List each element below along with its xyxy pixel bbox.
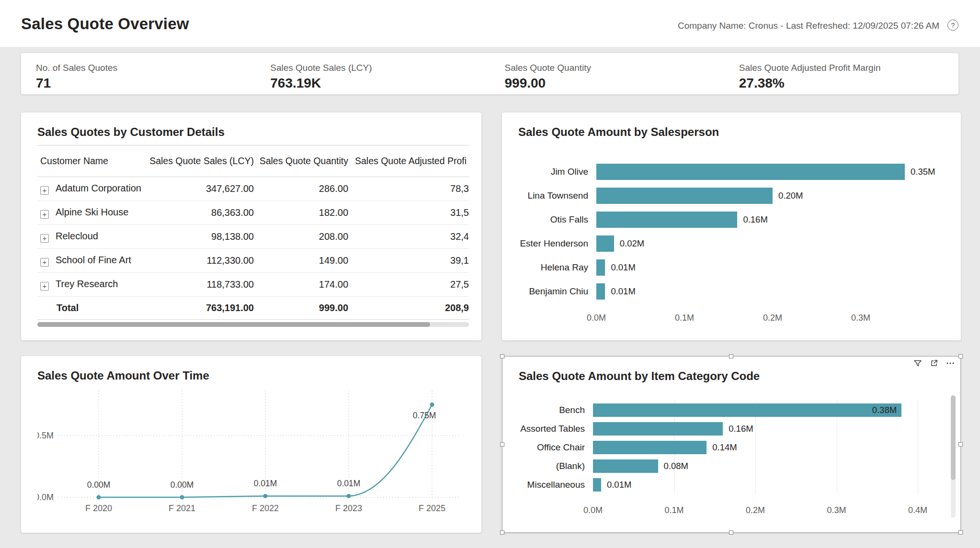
value-label: 0.16M: [743, 214, 767, 225]
help-icon[interactable]: ?: [947, 20, 958, 31]
x-tick-label: 0.4M: [908, 505, 927, 515]
bar-lina-townsend[interactable]: [596, 188, 773, 204]
expand-row-icon[interactable]: +: [40, 258, 49, 267]
x-tick-label: 0.2M: [746, 505, 765, 515]
kpi-strip: No. of Sales Quotes 71 Sales Quote Sales…: [21, 53, 958, 94]
bar-ester-henderson[interactable]: [596, 235, 614, 252]
bar-row: Assorted Tables0.16M: [519, 419, 939, 438]
svg-text:F 2021: F 2021: [169, 503, 195, 513]
profit-value: 32,4: [348, 225, 469, 249]
salesperson-chart[interactable]: Jim Olive0.35MLina Townsend0.20MOtis Fal…: [518, 160, 946, 324]
bar-row: Otis Falls0.16M: [518, 208, 946, 232]
expand-row-icon[interactable]: +: [40, 186, 49, 195]
selection-handle[interactable]: [500, 442, 504, 447]
svg-text:F 2022: F 2022: [252, 503, 279, 513]
bar-row: Helena Ray0.01M: [518, 256, 946, 280]
table-row[interactable]: +Alpine Ski House 86,363.00 182.00 31,5: [37, 201, 469, 225]
svg-text:0.0M: 0.0M: [37, 492, 54, 502]
profit-value: 39,1: [348, 249, 469, 273]
report-header: Sales Quote Overview Company Name: Cronu…: [0, 0, 980, 47]
table-row[interactable]: +Trey Research 118,733.00 174.00 27,5: [37, 273, 469, 297]
customer-table: Customer Name Sales Quote Sales (LCY) Sa…: [37, 145, 469, 320]
category-label: (Blank): [519, 461, 593, 471]
total-sales: 763,191.00: [148, 297, 254, 320]
bar-jim-olive[interactable]: [596, 164, 905, 180]
vertical-scrollbar-thumb[interactable]: [951, 395, 956, 480]
svg-text:0.5M: 0.5M: [37, 431, 54, 440]
line-chart-svg[interactable]: 0.5M0.0MF 2020F 2021F 2022F 2023F 20250.…: [37, 383, 465, 526]
expand-row-icon[interactable]: +: [40, 210, 49, 219]
item-category-visual[interactable]: Sales Quote Amount by Item Category Code…: [502, 356, 961, 533]
visual-title: Sales Quote Amount Over Time: [37, 369, 209, 382]
kpi-adjusted-profit-margin: Sales Quote Adjusted Profit Margin 27.38…: [724, 63, 958, 94]
svg-text:F 2025: F 2025: [419, 503, 445, 513]
bar-row: Bench0.38M: [519, 401, 939, 419]
bar-miscellaneous[interactable]: [593, 478, 601, 492]
bar-bench[interactable]: 0.38M: [593, 403, 901, 417]
svg-text:0.75M: 0.75M: [413, 411, 436, 420]
focus-mode-icon[interactable]: [930, 359, 938, 368]
quantity-value: 182.00: [254, 201, 348, 225]
selection-handle[interactable]: [500, 354, 504, 358]
kpi-sales-quote-sales: Sales Quote Sales (LCY) 763.19K: [255, 63, 490, 94]
x-tick-label: 0.1M: [675, 313, 694, 323]
filter-icon[interactable]: [913, 359, 922, 368]
sales-value: 98,138.00: [148, 225, 254, 249]
expand-row-icon[interactable]: +: [40, 282, 49, 291]
column-header-adjusted-profit[interactable]: Sales Quote Adjusted Profi: [348, 145, 469, 177]
sales-value: 86,363.00: [148, 201, 254, 225]
x-axis: 0.0M0.1M0.2M0.3M: [596, 309, 946, 324]
more-options-icon[interactable]: [946, 359, 955, 368]
svg-text:0.00M: 0.00M: [171, 480, 194, 490]
sales-value: 347,627.00: [148, 177, 254, 201]
over-time-visual[interactable]: Sales Quote Amount Over Time 0.5M0.0MF 2…: [21, 356, 481, 533]
table-row[interactable]: +Relecloud 98,138.00 208.00 32,4: [37, 225, 469, 249]
selection-handle[interactable]: [729, 354, 733, 358]
selection-handle[interactable]: [729, 530, 733, 535]
value-label: 0.20M: [778, 190, 803, 201]
selection-handle[interactable]: [500, 530, 504, 535]
table-row[interactable]: +School of Fine Art 112,330.00 149.00 39…: [37, 249, 469, 273]
value-label: 0.38M: [872, 405, 897, 415]
table-total-row: Total 763,191.00 999.00 208,9: [37, 297, 469, 320]
vertical-scrollbar[interactable]: [951, 395, 956, 518]
table-row[interactable]: +Adatum Corporation 347,627.00 286.00 78…: [37, 177, 469, 201]
kpi-label: Sales Quote Adjusted Profit Margin: [739, 63, 958, 73]
bar-assorted-tables[interactable]: [593, 422, 723, 436]
bar-row: Jim Olive0.35M: [518, 160, 946, 184]
x-tick-label: 0.0M: [583, 505, 603, 515]
kpi-value: 763.19K: [270, 76, 490, 91]
x-tick-label: 0.1M: [664, 505, 684, 515]
category-label: Ester Henderson: [518, 238, 596, 249]
bar--blank-[interactable]: [593, 459, 658, 473]
horizontal-scrollbar[interactable]: [37, 322, 469, 327]
svg-text:0.01M: 0.01M: [337, 479, 361, 488]
value-label: 0.01M: [611, 286, 635, 297]
customer-name: Relecloud: [56, 231, 98, 241]
total-label: Total: [37, 297, 148, 320]
column-header-sales[interactable]: Sales Quote Sales (LCY): [148, 145, 254, 177]
kpi-label: Sales Quote Quantity: [505, 63, 724, 73]
bar-office-chair[interactable]: [593, 441, 707, 454]
itemcategory-chart[interactable]: Bench0.38MAssorted Tables0.16MOffice Cha…: [519, 401, 939, 516]
customer-details-visual[interactable]: Sales Quotes by Customer Details Custome…: [21, 112, 481, 340]
horizontal-scrollbar-thumb[interactable]: [37, 322, 430, 327]
category-label: Assorted Tables: [519, 424, 593, 434]
customer-name: Alpine Ski House: [56, 207, 128, 217]
quantity-value: 149.00: [254, 249, 348, 273]
column-header-customer-name[interactable]: Customer Name: [37, 145, 148, 177]
bar-benjamin-chiu[interactable]: [596, 283, 605, 300]
overtime-chart[interactable]: 0.5M0.0MF 2020F 2021F 2022F 2023F 20250.…: [37, 383, 465, 528]
bar-otis-falls[interactable]: [596, 212, 737, 228]
selection-handle[interactable]: [958, 442, 963, 447]
x-tick-label: 0.0M: [587, 313, 606, 323]
salesperson-visual[interactable]: Sales Quote Amount by Salesperson Jim Ol…: [502, 112, 961, 340]
expand-row-icon[interactable]: +: [40, 234, 49, 243]
svg-text:0.01M: 0.01M: [254, 479, 277, 488]
visual-title: Sales Quote Amount by Item Category Code: [519, 369, 760, 383]
selection-handle[interactable]: [958, 354, 963, 358]
column-header-quantity[interactable]: Sales Quote Quantity: [254, 145, 348, 177]
bar-helena-ray[interactable]: [596, 259, 605, 276]
selection-handle[interactable]: [958, 530, 963, 535]
svg-text:F 2023: F 2023: [335, 503, 362, 513]
